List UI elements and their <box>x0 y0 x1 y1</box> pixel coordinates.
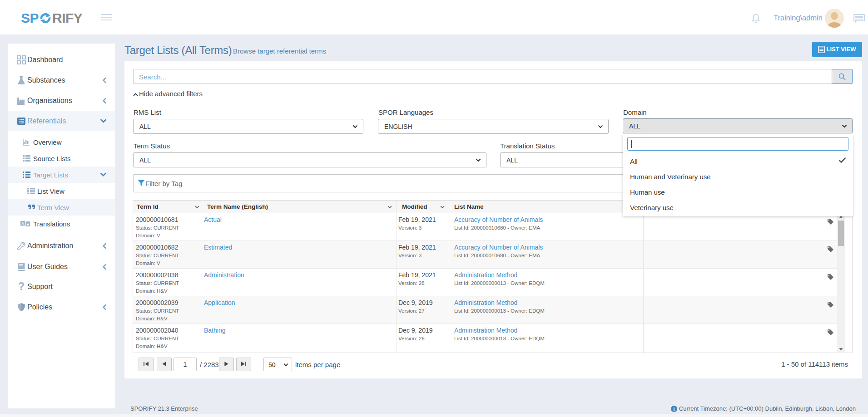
svg-text:A: A <box>21 221 24 226</box>
svg-text:i: i <box>674 407 675 412</box>
svg-text:★: ★ <box>26 222 30 226</box>
